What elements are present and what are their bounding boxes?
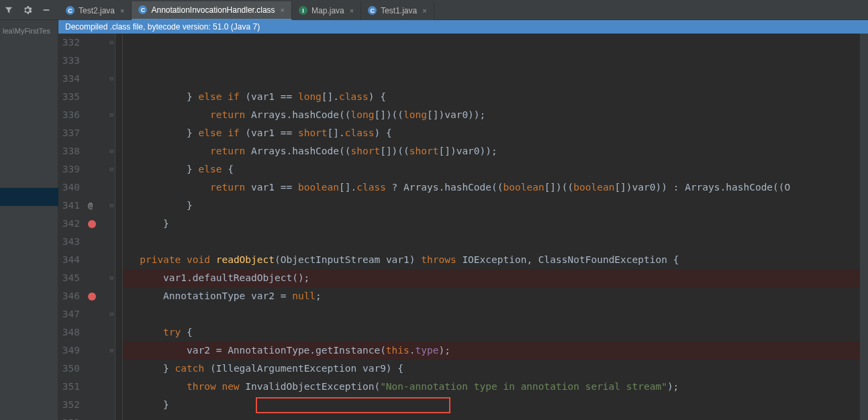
main-container: lea\MyFirstTes Decompiled .class file, b… [0, 20, 868, 420]
tab-label: Test1.java [381, 6, 417, 15]
tab-label: Test2.java [79, 6, 115, 15]
fold-icon[interactable]: ⊟ [110, 142, 113, 160]
vertical-scrollbar[interactable] [860, 34, 868, 420]
editor-body[interactable]: 3323333343353363373383393403413423433443… [58, 34, 868, 420]
code-line[interactable]: return Arrays.hashCode((short[])((short[… [122, 142, 868, 160]
code-line[interactable]: } [122, 396, 868, 414]
line-number: 345 [58, 269, 80, 287]
line-number: 341 [58, 197, 80, 215]
file-type-icon: C [368, 6, 377, 15]
line-number: 335 [58, 88, 80, 106]
gutter-row[interactable] [85, 215, 115, 233]
gutter-row[interactable]: ⊟ [85, 106, 115, 124]
gutter-row[interactable] [85, 124, 115, 142]
gutter-row[interactable] [85, 287, 115, 305]
fold-icon[interactable]: ⊟ [110, 269, 113, 287]
code-line[interactable]: AnnotationType var2 = null; [122, 287, 868, 305]
indent-guide [122, 34, 123, 420]
gutter-row[interactable]: ⊟ [85, 160, 115, 178]
line-number: 340 [58, 178, 80, 197]
gutter-row[interactable] [85, 52, 115, 70]
file-type-icon: C [66, 6, 75, 15]
tab-annotationinvocationhandler-class[interactable]: CAnnotationInvocationHandler.class× [132, 1, 292, 20]
line-number: 337 [58, 124, 80, 142]
gutter-row[interactable] [85, 88, 115, 106]
code-line[interactable]: } else if (var1 == long[].class) { [122, 88, 868, 106]
code-line[interactable]: private void readObject(ObjectInputStrea… [122, 251, 868, 269]
line-number: 351 [58, 378, 80, 396]
gutter-icons[interactable]: ⊟⊟⊟⊟⊟@⊟⊟⊟⊟ [85, 34, 115, 420]
decompiled-banner: Decompiled .class file, bytecode version… [58, 20, 868, 34]
tab-test2-java[interactable]: CTest2.java× [59, 1, 132, 20]
gutter-row[interactable] [85, 251, 115, 269]
code-line[interactable] [122, 233, 868, 251]
code-area[interactable]: } else if (var1 == long[].class) { retur… [115, 34, 868, 420]
line-number: 344 [58, 251, 80, 269]
tab-label: Map.java [311, 6, 344, 15]
highlight-box [256, 397, 450, 413]
code-line[interactable]: var1.defaultReadObject(); [122, 269, 868, 287]
gutter-row[interactable] [85, 414, 115, 420]
code-line[interactable]: return Arrays.hashCode((long[])((long[])… [122, 106, 868, 124]
project-sidebar[interactable]: lea\MyFirstTes [0, 20, 58, 420]
gutter-row[interactable] [85, 378, 115, 396]
line-number: 348 [58, 323, 80, 342]
gutter-row[interactable]: ⊟ [85, 342, 115, 360]
line-number: 339 [58, 160, 80, 178]
close-icon[interactable]: × [120, 7, 124, 15]
gutter-row[interactable]: ⊟ [85, 269, 115, 287]
tab-label: AnnotationInvocationHandler.class [151, 5, 275, 15]
top-bar: CTest2.java×CAnnotationInvocationHandler… [0, 0, 868, 20]
gutter-row[interactable]: @⊟ [85, 197, 115, 215]
line-number: 349 [58, 342, 80, 360]
sidebar-selection [0, 188, 58, 206]
tab-map-java[interactable]: IMap.java× [292, 1, 361, 20]
code-line[interactable] [122, 305, 868, 323]
breakpoint-icon[interactable] [88, 293, 96, 301]
gutter-row[interactable] [85, 178, 115, 197]
code-line[interactable]: } else if (var1 == short[].class) { [122, 124, 868, 142]
close-icon[interactable]: × [422, 7, 426, 15]
svg-rect-0 [44, 9, 50, 11]
filter-icon[interactable] [3, 4, 15, 16]
gutter-row[interactable]: ⊟ [85, 142, 115, 160]
gutter-row[interactable] [85, 396, 115, 414]
tab-test1-java[interactable]: CTest1.java× [361, 1, 434, 20]
override-icon[interactable]: @ [88, 197, 93, 215]
gutter-row[interactable]: ⊟ [85, 305, 115, 323]
editor-tabs: CTest2.java×CAnnotationInvocationHandler… [59, 0, 434, 20]
gear-icon[interactable] [21, 4, 34, 16]
fold-icon[interactable]: ⊟ [110, 342, 113, 360]
gutter-row[interactable] [85, 360, 115, 378]
fold-icon[interactable]: ⊟ [110, 34, 113, 52]
code-line[interactable]: var2 = AnnotationType.getInstance(this.t… [122, 342, 868, 360]
code-line[interactable]: return var1 == boolean[].class ? Arrays.… [122, 178, 868, 197]
code-line[interactable]: } [122, 215, 868, 233]
toolbar-icons [0, 4, 55, 16]
fold-icon[interactable]: ⊟ [110, 160, 113, 178]
code-line[interactable]: throw new InvalidObjectException("Non-an… [122, 378, 868, 396]
gutter-row[interactable]: ⊟ [85, 70, 115, 88]
gutter-row[interactable]: ⊟ [85, 34, 115, 52]
line-number: 342 [58, 215, 80, 233]
close-icon[interactable]: × [281, 6, 285, 14]
fold-icon[interactable]: ⊟ [110, 305, 113, 323]
line-number: 332 [58, 34, 80, 52]
fold-icon[interactable]: ⊟ [110, 106, 113, 124]
minimize-icon[interactable] [40, 4, 52, 16]
gutter-row[interactable] [85, 233, 115, 251]
close-icon[interactable]: × [350, 7, 354, 15]
gutter-row[interactable] [85, 323, 115, 342]
code-line[interactable]: } else { [122, 160, 868, 178]
line-number: 347 [58, 305, 80, 323]
fold-icon[interactable]: ⊟ [110, 197, 113, 215]
code-line[interactable] [122, 414, 868, 420]
file-type-icon: I [299, 6, 307, 15]
code-line[interactable]: try { [122, 323, 868, 342]
line-number: 336 [58, 106, 80, 124]
breakpoint-icon[interactable] [88, 220, 96, 228]
code-line[interactable]: } catch (IllegalArgumentException var9) … [122, 360, 868, 378]
line-number: 352 [58, 396, 80, 414]
code-line[interactable]: } [122, 197, 868, 215]
fold-icon[interactable]: ⊟ [110, 70, 113, 88]
